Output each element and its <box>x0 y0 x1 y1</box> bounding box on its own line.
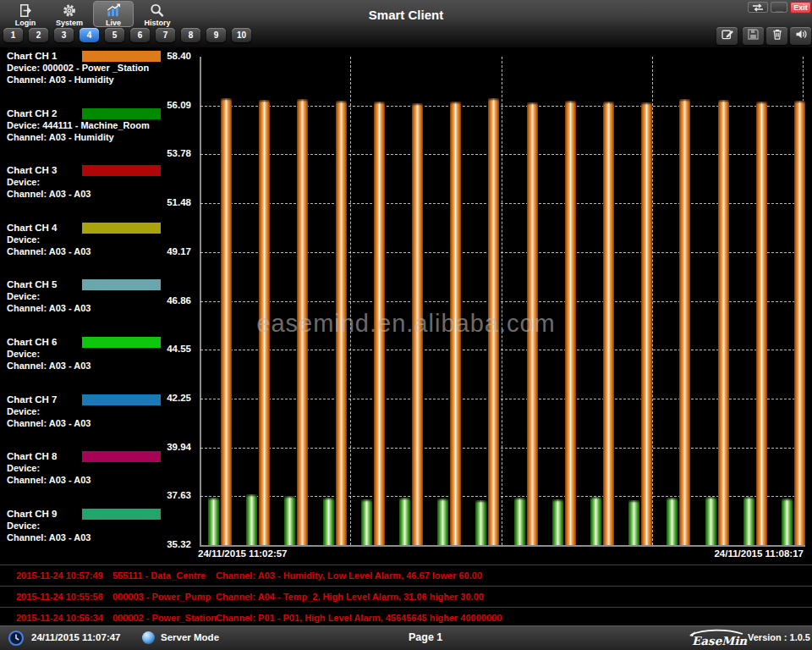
alarm-device: 555111 - Data_Centre <box>112 565 206 586</box>
legend-title: Chart CH 7 <box>7 394 57 405</box>
legend-device-label: Device: <box>7 177 40 187</box>
delete-button[interactable] <box>766 27 787 45</box>
green-bar <box>552 499 563 546</box>
swap-arrows-icon <box>751 0 765 15</box>
login-button[interactable]: Login <box>5 1 46 27</box>
legend-item-ch3[interactable]: Chart CH 3Device:Channel: A03 - A03 <box>0 165 196 219</box>
legend-color-swatch <box>82 223 161 234</box>
orange-bar <box>641 102 652 545</box>
minus-icon <box>776 11 783 13</box>
green-bar <box>514 498 525 545</box>
h-gridline <box>200 496 804 497</box>
window-minimize-button[interactable] <box>771 2 787 13</box>
v-gridline <box>502 57 502 545</box>
orange-bar <box>756 102 767 546</box>
legend-channel-label: Channel: A03 - A03 <box>7 532 91 543</box>
legend-color-swatch <box>82 279 161 290</box>
easemind-logo: EaseMind <box>687 628 748 650</box>
v-gridline <box>803 57 804 545</box>
legend-title: Chart CH 4 <box>7 223 57 233</box>
legend-channel-label: Channel: A03 - A03 <box>7 189 91 199</box>
tab-5[interactable]: 5 <box>105 28 124 42</box>
orange-bar <box>259 100 270 546</box>
tab-4[interactable]: 4 <box>80 28 99 42</box>
h-gridline <box>200 154 804 155</box>
orange-bar <box>374 102 385 545</box>
tab-3[interactable]: 3 <box>54 28 74 42</box>
page-indicator: Page 1 <box>409 631 442 643</box>
orange-bar <box>221 98 232 545</box>
tab-7[interactable]: 7 <box>156 28 175 42</box>
legend-color-swatch <box>82 451 161 462</box>
green-bar <box>475 500 486 545</box>
system-label: System <box>56 19 83 27</box>
legend-title: Chart CH 3 <box>7 165 57 175</box>
tab-8[interactable]: 8 <box>181 28 200 42</box>
v-gridline <box>350 57 351 545</box>
green-bar <box>399 498 410 546</box>
legend-item-ch6[interactable]: Chart CH 6Device:Channel: A03 - A03 <box>0 337 196 391</box>
legend-device-label: Device: <box>7 521 40 531</box>
tab-9[interactable]: 9 <box>206 28 226 42</box>
legend-channel-label: Channel: A03 - A03 <box>7 475 91 485</box>
live-button[interactable]: Live <box>93 1 134 27</box>
tab-2[interactable]: 2 <box>29 28 48 42</box>
legend-channel-label: Channel: A03 - A03 <box>7 303 91 313</box>
legend-title: Chart CH 2 <box>7 108 57 118</box>
green-bar <box>743 497 754 545</box>
history-button[interactable]: History <box>137 1 178 27</box>
legend-channel-label: Channel: A03 - A03 <box>7 361 91 371</box>
x-axis-start-label: 24/11/2015 11:02:57 <box>198 548 288 559</box>
live-label: Live <box>106 19 121 27</box>
history-label: History <box>144 19 170 27</box>
smart-client-window: Login System Live History Smart Client <box>0 0 812 650</box>
orange-bar <box>565 101 576 545</box>
gear-icon <box>61 3 78 19</box>
alarm-device: 000003 - Power_Pump <box>112 587 211 607</box>
save-button[interactable] <box>743 27 764 45</box>
legend-item-ch5[interactable]: Chart CH 5Device:Channel: A03 - A03 <box>0 279 196 333</box>
green-bar <box>323 498 334 545</box>
legend-device-label: Device: <box>7 406 40 416</box>
clock-icon <box>8 630 25 650</box>
legend-channel-label: Channel: A03 - A03 <box>7 418 91 428</box>
y-axis-line <box>200 57 201 547</box>
speaker-icon <box>793 27 809 45</box>
status-datetime: 24/11/2015 11:07:47 <box>31 632 121 642</box>
legend-item-ch9[interactable]: Chart CH 9Device:Channel: A03 - A03 <box>0 509 196 563</box>
window-switch-button[interactable] <box>748 2 768 13</box>
legend-item-ch8[interactable]: Chart CH 8Device:Channel: A03 - A03 <box>0 451 196 505</box>
h-gridline <box>200 252 804 253</box>
alarm-row-2[interactable]: 2015-11-24 10:55:56000003 - Power_PumpCh… <box>0 586 812 607</box>
server-mode-icon <box>142 631 155 644</box>
tab-6[interactable]: 6 <box>130 28 150 42</box>
edit-button[interactable] <box>716 27 738 45</box>
tab-10[interactable]: 10 <box>232 28 251 42</box>
h-gridline <box>200 399 804 399</box>
legend-device-label: Device: 444111 - Machine_Room <box>7 120 150 130</box>
legend-item-ch4[interactable]: Chart CH 4Device:Channel: A03 - A03 <box>0 223 196 277</box>
orange-bar <box>297 99 308 545</box>
version-label: Version : 1.0.5 <box>748 632 810 642</box>
system-button[interactable]: System <box>49 1 90 27</box>
green-bar <box>284 496 295 545</box>
green-bar <box>208 498 219 546</box>
legend-item-ch1[interactable]: Chart CH 1Device: 000002 - Power _Statio… <box>0 51 196 105</box>
legend-color-swatch <box>82 509 161 520</box>
server-mode-label: Server Mode <box>161 632 219 642</box>
login-icon <box>17 3 34 19</box>
legend-item-ch7[interactable]: Chart CH 7Device:Channel: A03 - A03 <box>0 394 196 449</box>
legend-title: Chart CH 6 <box>7 337 57 347</box>
legend-item-ch2[interactable]: Chart CH 2Device: 444111 - Machine_RoomC… <box>0 108 196 162</box>
orange-bar <box>679 99 690 545</box>
exit-button[interactable]: Exit <box>790 2 811 14</box>
legend-title: Chart CH 1 <box>7 51 57 61</box>
alarm-timestamp: 2015-11-24 10:57:49 <box>16 565 103 586</box>
legend-channel-label: Channel: A03 - Humidity <box>7 74 114 85</box>
x-axis-line <box>200 545 805 547</box>
alarm-row-1[interactable]: 2015-11-24 10:57:49555111 - Data_CentreC… <box>0 565 812 586</box>
magnifier-icon <box>149 3 166 19</box>
legend-title: Chart CH 5 <box>7 279 57 289</box>
tab-1[interactable]: 1 <box>3 28 23 42</box>
sound-button[interactable] <box>790 27 811 45</box>
